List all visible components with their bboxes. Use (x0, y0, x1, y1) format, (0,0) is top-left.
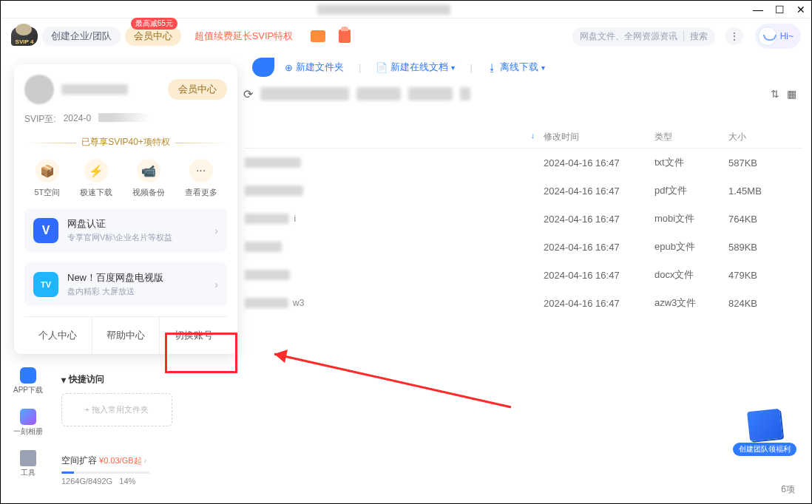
v-badge-icon: V (33, 218, 58, 243)
col-size[interactable]: 大小 (728, 131, 802, 143)
feature-item[interactable]: 📦5T空间 (34, 159, 60, 198)
user-avatar[interactable] (24, 75, 54, 104)
file-table: ↓ 修改时间 类型 大小 2024-04-16 16:47txt文件587KB2… (245, 126, 802, 317)
view-switcher: ⇅ ▦ (771, 88, 796, 100)
card-title: 网盘认证 (67, 217, 172, 231)
more-menu-button[interactable]: ⋮ (725, 27, 743, 45)
storage-section[interactable]: 空间扩容 ¥0.03/GB起 › 1264G/8492G 14% (61, 454, 150, 486)
table-header: ↓ 修改时间 类型 大小 (245, 126, 802, 149)
feature-item[interactable]: ···查看更多 (185, 159, 217, 198)
path-blur (356, 87, 401, 101)
personal-center-button[interactable]: 个人中心 (24, 317, 92, 354)
tv-card[interactable]: TV New！百度网盘电视版 盘内精彩 大屏放送 › (24, 262, 227, 306)
col-date[interactable]: 修改时间 (544, 131, 654, 143)
quick-access-title[interactable]: ▾快捷访问 (61, 373, 172, 386)
app-download-button[interactable]: APP下载 (13, 367, 43, 395)
panel-footer: 个人中心 帮助中心 切换账号 (24, 316, 227, 354)
phone-icon (20, 367, 36, 384)
col-name-sort[interactable]: ↓ (245, 131, 544, 143)
member-center-button[interactable]: 最高减65元 会员中心 (125, 27, 181, 46)
table-row[interactable]: 2024-04-16 16:47docx文件479KB (245, 261, 802, 289)
feature-grid: 📦5T空间⚡极速下载📹视频备份···查看更多 (24, 159, 227, 198)
album-button[interactable]: 一刻相册 (13, 409, 43, 437)
svip-privileges-title: 已尊享SVIP40+项特权 (24, 136, 227, 149)
arrow-annotation (237, 326, 518, 415)
storage-bar (61, 471, 150, 474)
minimize-button[interactable]: — (753, 4, 763, 16)
table-row[interactable]: 2024-04-16 16:47epub文件589KB (245, 233, 802, 261)
date-blur (98, 113, 150, 122)
separator: | (470, 62, 472, 73)
renew-svip-link[interactable]: 超值续费延长SVIP特权 (186, 27, 302, 46)
feature-icon: 📦 (35, 159, 59, 183)
tools-button[interactable]: 工具 (20, 450, 36, 478)
chevron-down-icon: ▾ (61, 375, 66, 385)
refresh-button[interactable]: ⟳ (243, 87, 253, 101)
search-placeholder: 网盘文件、全网资源资讯 (580, 30, 677, 43)
create-team-button[interactable]: 创建企业/团队 (42, 27, 121, 46)
path-blur (408, 87, 453, 101)
chevron-right-icon: › (214, 225, 218, 236)
separator: | (359, 62, 361, 73)
feature-icon: 📹 (137, 159, 160, 183)
feature-icon: ··· (189, 159, 213, 183)
float-promo-widget[interactable]: 创建团队领福利 (733, 410, 796, 456)
feature-icon: ⚡ (84, 159, 108, 183)
chevron-down-icon: ▾ (451, 64, 455, 72)
search-box[interactable]: 网盘文件、全网资源资讯 搜索 (572, 27, 715, 46)
assistant-avatar[interactable]: Hi~ (755, 24, 801, 49)
search-button[interactable]: 搜索 (690, 30, 708, 43)
titlebar: — ☐ ✕ (1, 1, 811, 18)
promo-badge: 创建团队领福利 (733, 443, 796, 456)
table-row[interactable]: i2024-04-16 16:47mobi文件764KB (245, 205, 802, 233)
path-blur (460, 87, 470, 101)
new-folder-button[interactable]: ⊕新建文件夹 (285, 61, 344, 74)
username-blur (61, 84, 128, 95)
quick-access-dropzone[interactable]: + 拖入常用文件夹 (61, 393, 172, 426)
gamepad-icon[interactable] (311, 30, 325, 42)
feature-item[interactable]: 📹视频备份 (132, 159, 165, 198)
table-row[interactable]: w32024-04-16 16:47azw3文件824KB (245, 289, 802, 317)
feature-item[interactable]: ⚡极速下载 (80, 159, 112, 198)
doc-plus-icon: 📄 (376, 62, 388, 73)
promo-badge: 最高减65元 (131, 18, 177, 30)
chevron-right-icon: › (214, 279, 218, 290)
grid-view-icon[interactable]: ▦ (787, 88, 796, 100)
new-online-doc-button[interactable]: 📄新建在线文档▾ (376, 61, 455, 74)
quick-access-section: ▾快捷访问 + 拖入常用文件夹 (61, 373, 172, 426)
download-icon: ⭳ (487, 62, 497, 73)
table-row[interactable]: 2024-04-16 16:47txt文件587KB (245, 149, 802, 177)
svip-expiry-line: SVIP至: 2024-0 (24, 113, 227, 126)
close-button[interactable]: ✕ (796, 4, 805, 16)
user-row: 会员中心 (24, 75, 227, 104)
plus-circle-icon: ⊕ (285, 62, 293, 73)
user-dropdown-panel: 会员中心 SVIP至: 2024-0 已尊享SVIP40+项特权 📦5T空间⚡极… (14, 64, 237, 354)
offline-download-button[interactable]: ⭳离线下载▾ (487, 61, 545, 74)
tv-icon: TV (33, 272, 58, 297)
help-center-button[interactable]: 帮助中心 (92, 317, 160, 354)
sort-icon[interactable]: ⇅ (771, 88, 779, 100)
divider (683, 31, 684, 41)
action-bubble-icon (252, 58, 274, 77)
verify-card[interactable]: V 网盘认证 专享官网V标\企业名片等权益 › (24, 208, 227, 252)
chevron-down-icon: ▾ (541, 64, 545, 72)
table-row[interactable]: 2024-04-16 16:47pdf文件1.45MB (245, 177, 802, 205)
svg-line-0 (274, 354, 511, 407)
card-title: New！百度网盘电视版 (67, 271, 163, 285)
col-type[interactable]: 类型 (654, 131, 728, 143)
avatar-face-icon (758, 27, 777, 46)
window-controls: — ☐ ✕ (753, 4, 805, 16)
svip-avatar-badge[interactable]: SVIP 4 (11, 27, 38, 46)
item-count-label: 6项 (781, 483, 795, 496)
box-icon (747, 409, 782, 441)
switch-account-button[interactable]: 切换账号 (159, 317, 227, 354)
member-center-pill[interactable]: 会员中心 (168, 79, 227, 100)
maximize-button[interactable]: ☐ (775, 4, 785, 16)
topbar: SVIP 4 创建企业/团队 最高减65元 会员中心 超值续费延长SVIP特权 … (1, 18, 811, 54)
gift-icon[interactable] (339, 30, 351, 43)
grid-icon (20, 450, 36, 466)
path-blur (260, 87, 349, 101)
left-sidebar: APP下载 一刻相册 工具 (10, 367, 47, 478)
album-icon (20, 409, 36, 425)
title-blur (317, 4, 450, 15)
